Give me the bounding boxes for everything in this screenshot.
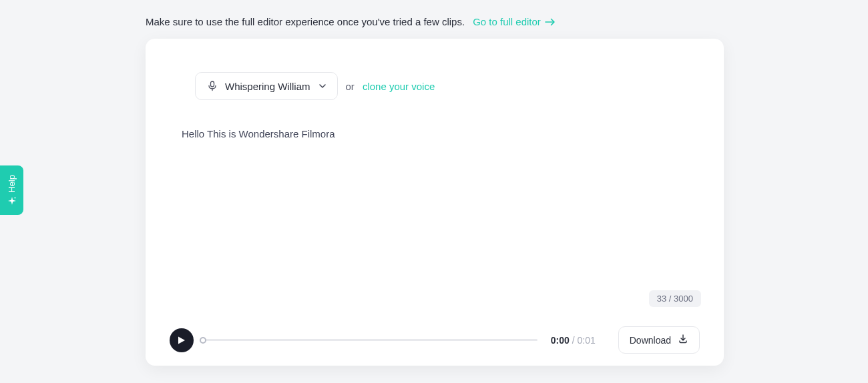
mic-icon — [206, 80, 218, 92]
sparkle-icon — [7, 196, 17, 206]
time-display: 0:00 / 0:01 — [551, 335, 596, 346]
play-button[interactable] — [170, 328, 194, 352]
player-bar: 0:00 / 0:01 Download — [146, 314, 724, 366]
banner-text: Make sure to use the full editor experie… — [146, 16, 465, 27]
download-button[interactable]: Download — [618, 326, 700, 354]
voice-selector-dropdown[interactable]: Whispering William — [195, 72, 338, 100]
audio-progress-slider[interactable] — [203, 339, 537, 341]
arrow-right-icon — [545, 18, 556, 26]
or-label: or — [346, 81, 355, 92]
editor-top-section: Whispering William or clone your voice H… — [146, 39, 724, 314]
voice-row: Whispering William or clone your voice — [195, 72, 688, 100]
go-to-full-editor-link[interactable]: Go to full editor — [473, 16, 556, 27]
svg-rect-0 — [211, 81, 214, 87]
current-time: 0:00 — [551, 335, 570, 346]
help-label: Help — [7, 175, 17, 193]
chevron-down-icon — [318, 83, 327, 89]
download-label: Download — [630, 335, 671, 346]
text-input-area[interactable]: Hello This is Wondershare Filmora — [182, 127, 688, 260]
voice-name-label: Whispering William — [225, 81, 310, 92]
help-tab-button[interactable]: Help — [0, 165, 23, 215]
play-icon — [178, 336, 186, 345]
total-time: / 0:01 — [572, 335, 596, 346]
top-banner: Make sure to use the full editor experie… — [146, 16, 556, 27]
character-counter: 33 / 3000 — [649, 290, 701, 307]
svg-point-1 — [14, 198, 15, 199]
download-icon — [678, 334, 688, 346]
banner-link-label: Go to full editor — [473, 16, 541, 27]
clone-your-voice-link[interactable]: clone your voice — [363, 81, 435, 92]
editor-card: Whispering William or clone your voice H… — [146, 39, 724, 366]
progress-knob[interactable] — [200, 337, 206, 344]
